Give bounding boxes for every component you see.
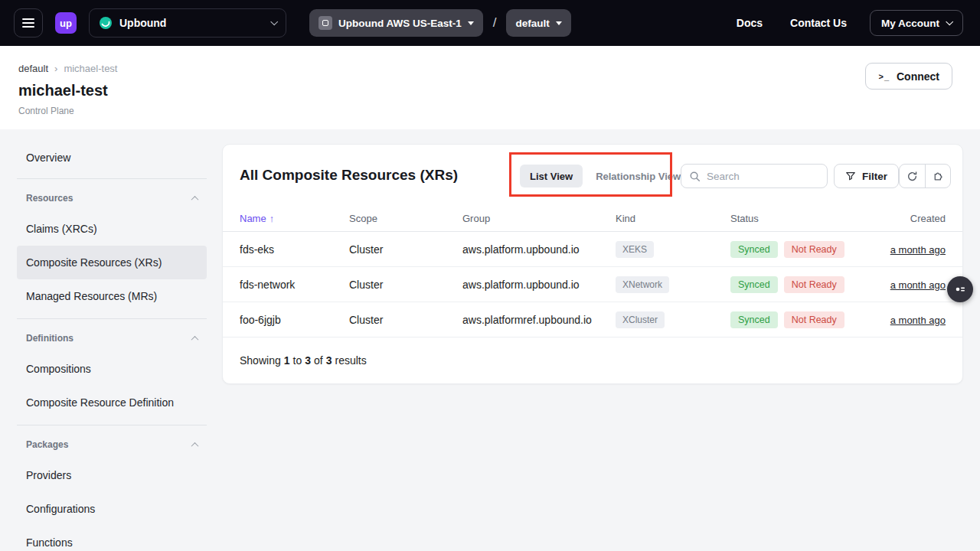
extensions-button[interactable]: [925, 165, 950, 187]
contact-us-link[interactable]: Contact Us: [790, 17, 847, 29]
breadcrumb-separator-icon: ›: [54, 63, 57, 74]
table-row[interactable]: fds-network Cluster aws.platform.upbound…: [223, 267, 962, 302]
status-badge-not-ready: Not Ready: [784, 276, 844, 293]
column-header-group[interactable]: Group: [462, 213, 616, 224]
my-account-label: My Account: [881, 18, 939, 29]
panel-title: All Composite Resources (XRs): [240, 163, 458, 187]
status-badge-synced: Synced: [730, 276, 778, 293]
xr-table: Name ↑ Scope Group Kind Status Created f…: [223, 206, 962, 383]
cell-group: aws.platformref.upbound.io: [462, 314, 616, 326]
column-header-name[interactable]: Name ↑: [240, 213, 349, 224]
refresh-button[interactable]: [900, 165, 925, 187]
section-label: Definitions: [26, 333, 74, 344]
sidebar-section-resources[interactable]: Resources: [17, 184, 207, 212]
column-header-scope[interactable]: Scope: [349, 213, 462, 224]
filter-button-label: Filter: [862, 171, 887, 182]
table-row[interactable]: foo-6jgjb Cluster aws.platformref.upboun…: [223, 302, 962, 337]
docs-link[interactable]: Docs: [737, 17, 763, 29]
triangle-down-icon: [468, 21, 474, 25]
cell-name[interactable]: fds-eks: [240, 243, 349, 256]
sidebar-item-configurations[interactable]: Configurations: [17, 492, 207, 526]
chevron-down-icon: [270, 18, 278, 25]
cell-scope: Cluster: [349, 314, 462, 326]
sidebar-item-composite-resources[interactable]: Composite Resources (XRs): [17, 246, 207, 279]
divider: [17, 178, 207, 179]
created-timestamp[interactable]: a month ago: [890, 279, 946, 291]
divider: [17, 318, 207, 319]
status-badge-not-ready: Not Ready: [784, 311, 844, 328]
kind-badge: XEKS: [616, 241, 654, 258]
status-badge-synced: Synced: [730, 241, 778, 258]
kind-badge: XCluster: [616, 311, 665, 328]
connect-button-label: Connect: [897, 70, 939, 83]
search-input[interactable]: [707, 171, 842, 182]
page-header: default › michael-test michael-test Cont…: [0, 46, 980, 129]
table-row[interactable]: fds-eks Cluster aws.platform.upbound.io …: [223, 232, 962, 267]
sidebar-item-claims[interactable]: Claims (XRCs): [17, 212, 207, 246]
org-dropdown[interactable]: Upbound: [89, 8, 286, 37]
results-total: 3: [326, 354, 332, 367]
page-title: michael-test: [18, 78, 108, 103]
triangle-down-icon: [556, 21, 562, 25]
created-timestamp[interactable]: a month ago: [890, 244, 946, 256]
breadcrumb: default › michael-test: [18, 63, 117, 74]
view-toggle: List View Relationship View: [520, 165, 691, 187]
cell-group: aws.platform.upbound.io: [462, 279, 616, 291]
column-header-status[interactable]: Status: [730, 213, 884, 224]
chevron-up-icon: [191, 442, 199, 449]
status-badge-synced: Synced: [730, 311, 778, 328]
results-to: 3: [305, 354, 311, 367]
chevron-up-icon: [191, 195, 199, 203]
list-view-tab[interactable]: List View: [520, 165, 583, 187]
table-header-row: Name ↑ Scope Group Kind Status Created: [223, 206, 962, 232]
connect-button[interactable]: >_ Connect: [865, 63, 952, 90]
control-plane-dropdown[interactable]: Upbound AWS US-East-1: [309, 9, 483, 37]
cell-name[interactable]: foo-6jgjb: [240, 314, 349, 326]
kind-badge: XNetwork: [616, 276, 669, 293]
search-box: [681, 164, 828, 188]
breadcrumb-slash: /: [493, 15, 497, 31]
control-plane-dropdown-label: Upbound AWS US-East-1: [338, 18, 462, 29]
results-from: 1: [284, 354, 290, 367]
chevron-up-icon: [191, 335, 199, 343]
filter-button[interactable]: Filter: [834, 164, 899, 188]
sidebar-item-overview[interactable]: Overview: [17, 142, 207, 173]
table-footer: Showing 1 to 3 of 3 results: [223, 337, 962, 383]
chevron-down-icon: [946, 18, 953, 25]
sidebar-section-packages[interactable]: Packages: [17, 431, 207, 458]
status-badge-not-ready: Not Ready: [784, 241, 844, 258]
list-circle-icon: [954, 283, 966, 295]
cell-name[interactable]: fds-network: [240, 279, 349, 291]
sidebar-item-compositions[interactable]: Compositions: [17, 352, 207, 386]
divider: [17, 425, 207, 425]
column-header-created[interactable]: Created: [884, 213, 946, 224]
hamburger-menu-button[interactable]: [14, 8, 43, 37]
sidebar: Overview Resources Claims (XRCs) Composi…: [17, 142, 207, 551]
section-label: Resources: [26, 193, 73, 204]
breadcrumb-current: michael-test: [64, 63, 117, 74]
cell-scope: Cluster: [349, 279, 462, 291]
my-account-button[interactable]: My Account: [870, 10, 963, 36]
cell-scope: Cluster: [349, 243, 462, 256]
created-timestamp[interactable]: a month ago: [890, 315, 946, 326]
sidebar-item-providers[interactable]: Providers: [17, 458, 207, 492]
sidebar-item-functions[interactable]: Functions: [17, 526, 207, 551]
group-dropdown-label: default: [515, 18, 549, 29]
annotation-fab[interactable]: [947, 276, 973, 302]
sidebar-item-managed-resources[interactable]: Managed Resources (MRs): [17, 279, 207, 313]
sidebar-item-composite-resource-definition[interactable]: Composite Resource Definition: [17, 386, 207, 419]
search-icon: [689, 171, 701, 182]
control-plane-icon: [318, 16, 332, 30]
column-header-kind[interactable]: Kind: [616, 213, 730, 224]
sort-ascending-icon: ↑: [270, 213, 275, 224]
page-subtitle: Control Plane: [18, 106, 74, 116]
filter-funnel-icon: [845, 171, 856, 181]
table-actions: [899, 164, 951, 188]
relationship-view-tab[interactable]: Relationship View: [586, 165, 691, 187]
sidebar-section-definitions[interactable]: Definitions: [17, 324, 207, 352]
org-globe-icon: [99, 16, 113, 30]
breadcrumb-parent[interactable]: default: [18, 63, 48, 74]
terminal-icon: >_: [878, 72, 890, 81]
upbound-logo[interactable]: up: [55, 12, 77, 34]
group-dropdown[interactable]: default: [506, 9, 570, 37]
